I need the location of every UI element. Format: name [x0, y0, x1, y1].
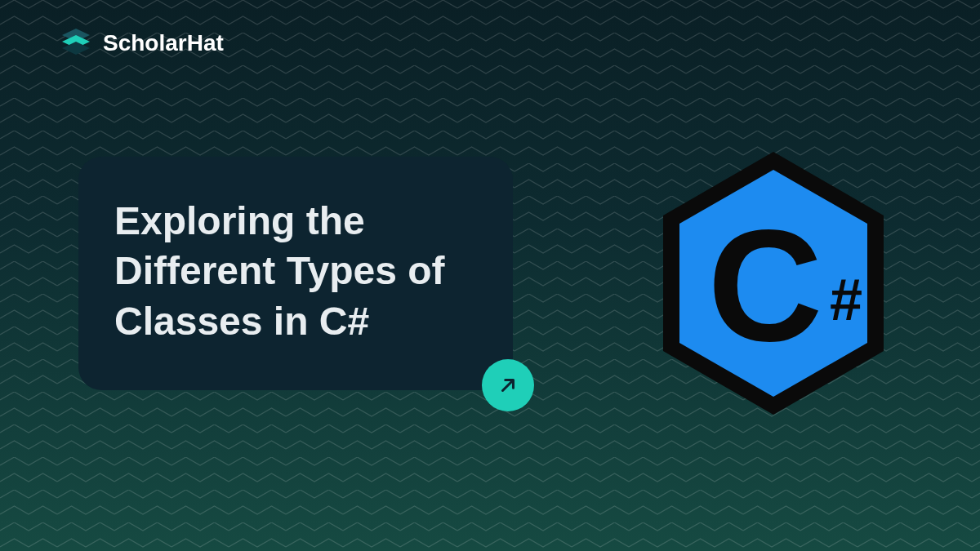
csharp-letter: C — [708, 196, 823, 374]
arrow-badge — [482, 359, 534, 411]
scholarhat-icon — [59, 26, 93, 60]
csharp-hash: # — [830, 267, 862, 332]
page-title: Exploring the Different Types of Classes… — [114, 196, 477, 346]
title-card: Exploring the Different Types of Classes… — [78, 157, 513, 390]
brand-logo: ScholarHat — [59, 26, 224, 60]
arrow-up-right-icon — [497, 375, 519, 396]
brand-name: ScholarHat — [103, 30, 224, 56]
csharp-hexagon-logo: C # — [630, 140, 916, 426]
